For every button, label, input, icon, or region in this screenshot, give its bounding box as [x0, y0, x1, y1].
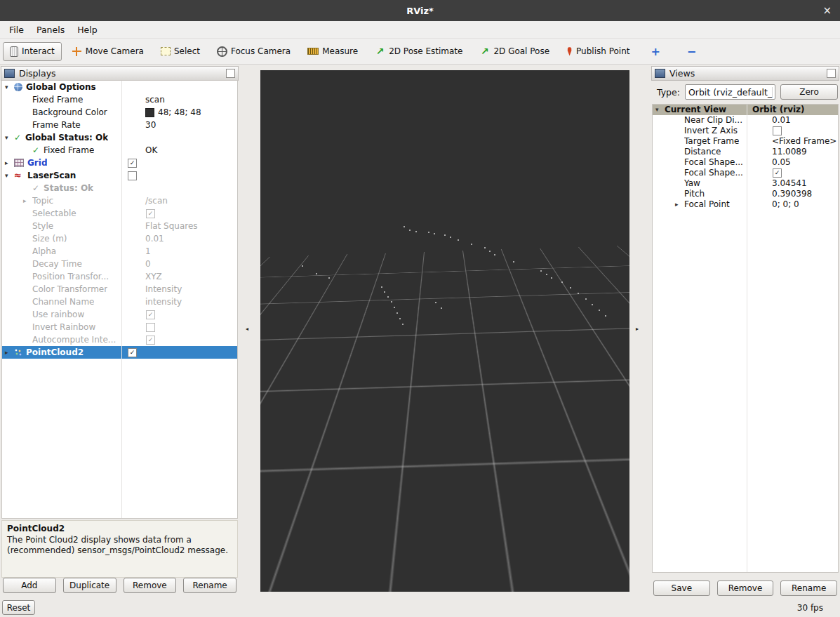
- display-row-size-m[interactable]: Size (m)0.01: [2, 232, 237, 245]
- display-row-background-color[interactable]: Background Color48; 48; 48: [2, 106, 237, 119]
- display-row-topic[interactable]: ▸Topic/scan: [2, 194, 237, 207]
- views-panel-header[interactable]: Views: [651, 66, 839, 81]
- view-row-invert-z-axis[interactable]: Invert Z Axis: [653, 126, 838, 136]
- value-style[interactable]: Flat Squares: [145, 220, 198, 232]
- displays-panel-header[interactable]: Displays: [1, 66, 239, 81]
- display-row-frame-rate[interactable]: Frame Rate30: [2, 119, 237, 131]
- displays-add-button[interactable]: Add: [3, 578, 56, 593]
- value-pitch[interactable]: 0.390398: [772, 189, 812, 199]
- value-size-m[interactable]: 0.01: [145, 232, 164, 245]
- view-row-near-clip-di[interactable]: Near Clip Di...0.01: [653, 115, 838, 126]
- expander-open-icon[interactable]: ▾: [5, 81, 14, 93]
- expander-closed-icon[interactable]: ▸: [23, 194, 32, 207]
- checkbox-laserscan[interactable]: [128, 171, 137, 180]
- menu-file[interactable]: File: [3, 22, 30, 37]
- display-row-selectable[interactable]: Selectable✓: [2, 207, 237, 220]
- value-distance[interactable]: 11.0089: [772, 147, 807, 157]
- reset-button[interactable]: Reset: [2, 600, 35, 615]
- display-row-position-transfor[interactable]: Position Transfor...XYZ: [2, 270, 237, 283]
- view-row-target-frame[interactable]: Target Frame<Fixed Frame>: [653, 136, 838, 147]
- value-topic[interactable]: /scan: [145, 194, 168, 207]
- display-row-global-options[interactable]: ▾Global Options: [2, 81, 237, 93]
- displays-remove-button[interactable]: Remove: [124, 578, 177, 593]
- view-type-dropdown[interactable]: Orbit (rviz_default_ ▾: [685, 84, 775, 100]
- value-decay-time[interactable]: 0: [145, 258, 151, 270]
- tool-focus-camera[interactable]: Focus Camera: [210, 42, 298, 61]
- tool-2d-pose-estimate[interactable]: ↗2D Pose Estimate: [368, 42, 469, 61]
- value-position-transfor[interactable]: XYZ: [145, 270, 162, 283]
- menu-help[interactable]: Help: [71, 22, 104, 37]
- display-row-alpha[interactable]: Alpha1: [2, 245, 237, 258]
- displays-rename-button[interactable]: Rename: [183, 578, 236, 593]
- tool-measure[interactable]: Measure: [300, 42, 365, 60]
- checkbox-pointcloud2[interactable]: ✓: [128, 348, 137, 357]
- view-row-focal-shape[interactable]: Focal Shape...✓: [653, 168, 838, 178]
- value-alpha[interactable]: 1: [145, 245, 151, 258]
- views-remove-button[interactable]: Remove: [717, 580, 774, 596]
- display-row-grid[interactable]: ▸Grid✓: [2, 157, 237, 169]
- display-row-use-rainbow[interactable]: Use rainbow✓: [2, 308, 237, 321]
- view-row-distance[interactable]: Distance11.0089: [653, 147, 838, 157]
- value-fixed-frame[interactable]: scan: [145, 93, 165, 106]
- view-row-pitch[interactable]: Pitch0.390398: [653, 189, 838, 199]
- float-panel-icon[interactable]: [827, 69, 836, 78]
- tool-publish-point[interactable]: Publish Point: [559, 42, 636, 60]
- value-target-frame[interactable]: <Fixed Frame>: [772, 136, 836, 147]
- view-row-focal-shape[interactable]: Focal Shape...0.05: [653, 157, 838, 168]
- view-row-current-view[interactable]: ▾Current ViewOrbit (rviz): [653, 105, 838, 115]
- menu-panels[interactable]: Panels: [30, 22, 71, 37]
- display-row-color-transformer[interactable]: Color TransformerIntensity: [2, 283, 237, 296]
- expander-open-icon[interactable]: ▾: [5, 169, 14, 182]
- display-row-style[interactable]: StyleFlat Squares: [2, 220, 237, 232]
- value-color-transformer[interactable]: Intensity: [145, 283, 182, 296]
- views-rename-button[interactable]: Rename: [780, 580, 837, 596]
- views-save-button[interactable]: Save: [653, 580, 710, 596]
- checkbox-invert-z-axis[interactable]: [773, 126, 782, 135]
- display-row-autocompute-inte[interactable]: Autocompute Inte...✓: [2, 333, 237, 346]
- view-row-yaw[interactable]: Yaw3.04541: [653, 178, 838, 189]
- 3d-viewport[interactable]: [260, 70, 629, 592]
- color-swatch[interactable]: [145, 108, 154, 117]
- tool-move-camera[interactable]: Move Camera: [65, 42, 151, 61]
- checkbox-selectable[interactable]: ✓: [146, 209, 155, 218]
- value-focal-point[interactable]: 0; 0; 0: [772, 199, 799, 210]
- collapse-right-icon[interactable]: ▸: [636, 326, 639, 333]
- display-row-global-status-ok[interactable]: ▾✓Global Status: Ok: [2, 131, 237, 144]
- value-current-view[interactable]: Orbit (rviz): [752, 105, 805, 115]
- expander-closed-icon[interactable]: ▸: [675, 199, 684, 210]
- float-panel-icon[interactable]: [226, 69, 235, 78]
- display-row-status-ok[interactable]: ✓Status: Ok: [2, 182, 237, 194]
- checkbox-use-rainbow[interactable]: ✓: [146, 310, 155, 319]
- display-row-invert-rainbow[interactable]: Invert Rainbow: [2, 321, 237, 333]
- display-row-laserscan[interactable]: ▾≈LaserScan: [2, 169, 237, 182]
- expander-closed-icon[interactable]: ▸: [5, 157, 14, 169]
- display-row-channel-name[interactable]: Channel Nameintensity: [2, 296, 237, 308]
- value-near-clip-di[interactable]: 0.01: [772, 115, 791, 126]
- value-fixed-frame[interactable]: OK: [145, 144, 157, 157]
- remove-tool-button[interactable]: −: [681, 45, 702, 58]
- tool-select[interactable]: Select: [154, 42, 207, 60]
- value-background-color[interactable]: 48; 48; 48: [158, 106, 201, 119]
- expander-open-icon[interactable]: ▾: [5, 131, 14, 144]
- display-row-pointcloud2[interactable]: ▸PointCloud2✓: [2, 346, 237, 359]
- expander-closed-icon[interactable]: ▸: [5, 346, 14, 359]
- display-row-decay-time[interactable]: Decay Time0: [2, 258, 237, 270]
- expander-open-icon[interactable]: ▾: [655, 105, 665, 115]
- zero-button[interactable]: Zero: [780, 84, 838, 100]
- value-focal-shape[interactable]: 0.05: [772, 157, 791, 168]
- collapse-left-icon[interactable]: ◂: [246, 326, 248, 333]
- tool-interact[interactable]: Interact: [3, 42, 62, 61]
- close-icon[interactable]: ×: [822, 4, 832, 17]
- checkbox-grid[interactable]: ✓: [128, 159, 137, 168]
- displays-duplicate-button[interactable]: Duplicate: [63, 578, 116, 593]
- value-frame-rate[interactable]: 30: [145, 119, 156, 131]
- value-yaw[interactable]: 3.04541: [772, 178, 807, 189]
- tool-2d-goal-pose[interactable]: ↗2D Goal Pose: [472, 42, 556, 61]
- display-row-fixed-frame[interactable]: Fixed Framescan: [2, 93, 237, 106]
- add-tool-button[interactable]: +: [645, 45, 665, 58]
- checkbox-invert-rainbow[interactable]: [146, 323, 155, 332]
- display-row-fixed-frame[interactable]: ✓Fixed FrameOK: [2, 144, 237, 157]
- view-row-focal-point[interactable]: ▸Focal Point0; 0; 0: [653, 199, 838, 210]
- value-channel-name[interactable]: intensity: [145, 296, 182, 308]
- checkbox-autocompute-inte[interactable]: ✓: [146, 336, 155, 345]
